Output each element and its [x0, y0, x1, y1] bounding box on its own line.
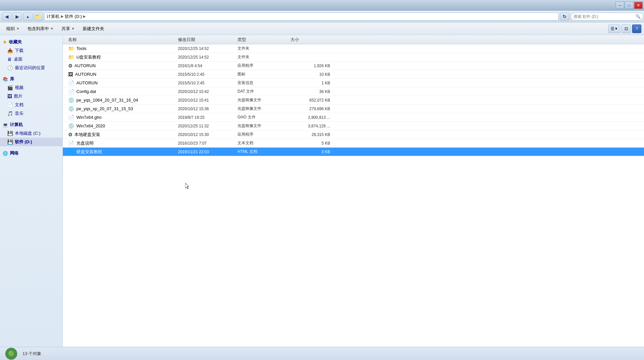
address-path[interactable]: 计算机 ▶ 软件 (D:) ▶	[44, 13, 559, 21]
table-row[interactable]: 📄 光盘说明 2016/10/23 7:07 文本文档 5 KB	[63, 139, 644, 148]
search-input[interactable]	[571, 13, 643, 21]
table-row[interactable]: 📄 Config.dat 2020/10/12 15:42 DAT 文件 36 …	[63, 87, 644, 96]
file-list-area: 名称 修改日期 类型 大小 📁 Tools 2020/12/25 14:52 文…	[63, 35, 644, 347]
file-type: 图标	[237, 71, 290, 77]
sidebar-item-document[interactable]: 📄 文档	[0, 101, 63, 109]
file-icon: 📄	[68, 80, 74, 86]
picture-label: 图片	[14, 93, 22, 99]
sidebar-item-video[interactable]: 🎬 视频	[0, 83, 63, 92]
path-arrow-1: ▶	[61, 14, 64, 19]
file-size: 652,072 KB	[290, 98, 330, 103]
computer-label: 计算机	[10, 122, 23, 128]
file-name: pe_yqs_xp_20_07_31_15_53	[76, 106, 133, 111]
status-count: 13 个对象	[22, 351, 41, 357]
table-row[interactable]: 🌐 硬盘安装教程 2016/11/21 22:03 HTML 文档 3 KB	[63, 148, 644, 156]
computer-header[interactable]: 💻 计算机	[0, 120, 63, 129]
path-part-drive[interactable]: 软件 (D:)	[65, 14, 82, 20]
col-header-size[interactable]: 大小	[290, 37, 330, 43]
help-icon: ?	[635, 26, 638, 31]
file-name: Config.dat	[76, 89, 96, 94]
file-rows-container: 📁 Tools 2020/12/25 14:52 文件夹 📁 U盘安装教程 20…	[63, 44, 644, 156]
sidebar-item-music[interactable]: 🎵 音乐	[0, 109, 63, 118]
include-library-button[interactable]: 包含到库中 ▼	[24, 24, 57, 34]
table-row[interactable]: 💿 Win7x64_2020 2020/12/25 11:32 光盘映像文件 3…	[63, 122, 644, 130]
close-button[interactable]: ✕	[634, 2, 643, 9]
sidebar-item-drive-c[interactable]: 💾 本地磁盘 (C:)	[0, 129, 63, 138]
table-row[interactable]: 📁 U盘安装教程 2020/12/25 14:52 文件夹	[63, 53, 644, 62]
drive-d-icon: 💾	[7, 139, 13, 145]
download-label: 下载	[15, 48, 23, 54]
file-icon: 📄	[68, 89, 74, 95]
recent-label: 最近访问的位置	[15, 65, 45, 71]
file-type: 光盘映像文件	[237, 97, 290, 103]
sidebar-item-drive-d[interactable]: 💾 软件 (D:)	[0, 138, 63, 146]
refresh-button[interactable]: ↻	[560, 12, 569, 21]
col-header-date[interactable]: 修改日期	[178, 37, 237, 43]
favorites-star-icon: ★	[3, 39, 7, 45]
maximize-button[interactable]: □	[625, 2, 633, 9]
file-type: 光盘映像文件	[237, 123, 290, 129]
sidebar-item-desktop[interactable]: 🖥 桌面	[0, 55, 63, 64]
help-button[interactable]: ?	[632, 24, 641, 33]
file-icon: 🌐	[68, 149, 74, 155]
table-row[interactable]: 📄 AUTORUN 2015/5/10 2:45 安装信息 1 KB	[63, 79, 644, 87]
status-icon: 🟢	[5, 348, 17, 360]
back-button[interactable]: ◀	[2, 12, 11, 21]
file-type: DAT 文件	[237, 89, 290, 94]
document-icon: 📄	[7, 102, 13, 108]
col-header-type[interactable]: 类型	[237, 37, 290, 43]
table-row[interactable]: 📄 Win7x64.gho 2019/9/7 19:25 GHO 文件 2,90…	[63, 113, 644, 122]
file-name: 本地硬盘安装	[74, 132, 100, 138]
file-size: 28,315 KB	[290, 132, 330, 137]
sidebar-item-recent[interactable]: 🕐 最近访问的位置	[0, 64, 63, 72]
file-date: 2020/10/12 15:36	[178, 107, 237, 111]
file-size: 10 KB	[290, 72, 330, 77]
col-header-name[interactable]: 名称	[65, 37, 178, 43]
table-row[interactable]: 💿 pe_yqs_xp_20_07_31_15_53 2020/10/12 15…	[63, 105, 644, 113]
music-icon: 🎵	[7, 111, 13, 116]
file-date: 2020/10/12 15:30	[178, 132, 237, 137]
forward-button[interactable]: ▶	[13, 12, 22, 21]
search-button[interactable]: 🔍	[634, 13, 642, 21]
file-name: 硬盘安装教程	[76, 149, 102, 155]
network-header[interactable]: 🌐 网络	[0, 149, 63, 158]
file-icon: 📁	[68, 54, 74, 60]
panel-toggle-button[interactable]: ⊡	[622, 24, 631, 33]
table-row[interactable]: 💿 pe_yqs_1064_20_07_31_16_04 2020/10/12 …	[63, 96, 644, 105]
status-bar: 🟢 13 个对象	[0, 347, 644, 360]
library-header[interactable]: 📚 库	[0, 75, 63, 83]
file-type: 应用程序	[237, 132, 290, 137]
new-folder-button[interactable]: 新建文件夹	[79, 24, 108, 34]
panel-icon: ⊡	[624, 26, 628, 31]
file-date: 2020/10/12 15:41	[178, 98, 237, 103]
minimize-button[interactable]: ─	[616, 2, 624, 9]
favorites-header[interactable]: ★ 收藏夹	[0, 38, 63, 46]
file-name: U盘安装教程	[76, 54, 101, 60]
picture-icon: 🖼	[7, 94, 12, 99]
file-name: 光盘说明	[76, 140, 94, 146]
local-c-label: 本地磁盘 (C:)	[15, 130, 40, 136]
include-library-dropdown-arrow: ▼	[50, 27, 54, 30]
video-icon: 🎬	[7, 85, 13, 90]
up-button[interactable]: ▲	[23, 12, 32, 21]
organize-label: 组织	[6, 26, 15, 32]
share-button[interactable]: 共享 ▼	[58, 24, 78, 34]
table-row[interactable]: 🖼 AUTORUN 2015/5/10 2:45 图标 10 KB	[63, 70, 644, 79]
sidebar-item-download[interactable]: 📥 下载	[0, 46, 63, 55]
table-row[interactable]: 📁 Tools 2020/12/25 14:52 文件夹	[63, 44, 644, 53]
table-row[interactable]: ⚙ AUTORUN 2016/1/8 4:54 应用程序 1,926 KB	[63, 62, 644, 70]
sidebar: ★ 收藏夹 📥 下载 🖥 桌面 🕐 最近访问的位置 📚 库 �	[0, 35, 63, 347]
column-headers: 名称 修改日期 类型 大小	[63, 35, 644, 44]
file-size: 3 KB	[290, 150, 330, 154]
library-label: 库	[10, 76, 14, 82]
file-date: 2019/9/7 19:25	[178, 115, 237, 120]
view-toggle-button[interactable]: ☰ ▼	[608, 24, 620, 33]
organize-button[interactable]: 组织 ▼	[3, 24, 23, 34]
file-size: 1 KB	[290, 81, 330, 85]
path-part-computer[interactable]: 计算机	[47, 14, 60, 20]
drive-c-icon: 💾	[7, 131, 13, 136]
file-type: 文本文档	[237, 140, 290, 146]
table-row[interactable]: ⚙ 本地硬盘安装 2020/10/12 15:30 应用程序 28,315 KB	[63, 130, 644, 139]
sidebar-item-picture[interactable]: 🖼 图片	[0, 92, 63, 101]
file-icon: 📄	[68, 114, 74, 120]
